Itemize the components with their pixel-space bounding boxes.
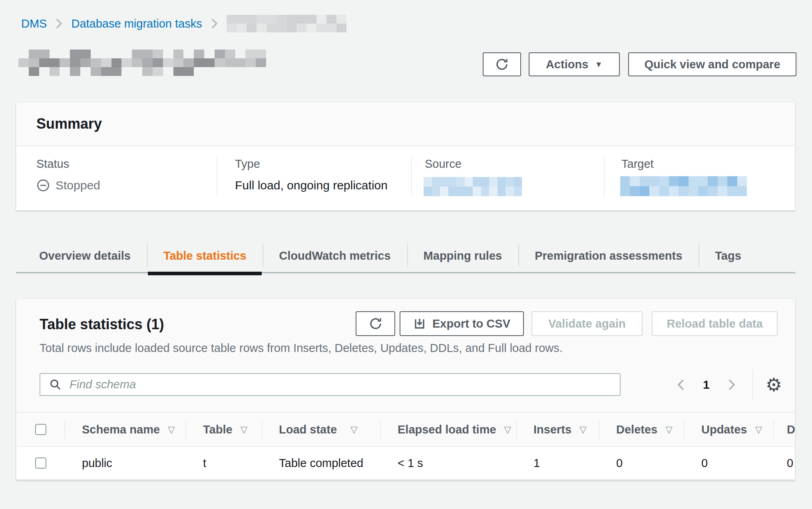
status-value: Stopped	[56, 179, 100, 192]
summary-card: Summary Status Stopped Type Full load, o…	[16, 102, 795, 211]
sort-icon: ▽	[665, 424, 673, 435]
breadcrumb: DMS Database migration tasks	[21, 14, 346, 33]
export-to-csv-button[interactable]: Export to CSV	[400, 311, 524, 336]
validate-again-button[interactable]: Validate again	[531, 311, 643, 336]
refresh-icon	[495, 58, 509, 71]
select-all-checkbox[interactable]	[35, 424, 46, 435]
select-all-cell	[16, 413, 65, 446]
table-refresh-button[interactable]	[356, 311, 395, 336]
column-header-inserts[interactable]: Inserts▽	[517, 413, 599, 446]
cell-table: t	[186, 457, 262, 470]
chevron-right-icon	[211, 18, 218, 29]
stopped-status-icon	[36, 179, 50, 192]
sort-icon: ▽	[755, 424, 762, 435]
export-label: Export to CSV	[432, 317, 510, 330]
divider	[411, 157, 412, 196]
summary-body: Status Stopped Type Full load, ongoing r…	[16, 146, 795, 209]
schema-search-box	[40, 373, 621, 396]
breadcrumb-link-dms[interactable]: DMS	[21, 17, 47, 30]
current-page-number[interactable]: 1	[703, 378, 710, 392]
breadcrumb-link-tasks[interactable]: Database migration tasks	[71, 17, 202, 30]
cell-deletes: 0	[599, 457, 685, 470]
summary-title: Summary	[36, 115, 102, 132]
column-header-load-state[interactable]: Load state▽	[262, 413, 381, 446]
cell-load-state: Table completed	[262, 457, 381, 470]
column-header-table[interactable]: Table▽	[186, 413, 262, 446]
row-select-cell	[16, 457, 65, 469]
cell-ddls: 0	[774, 457, 795, 470]
target-label: Target	[621, 157, 747, 171]
cell-inserts: 1	[517, 457, 599, 470]
column-header-deletes[interactable]: Deletes▽	[599, 413, 685, 446]
cell-schema-name: public	[65, 457, 186, 470]
sort-icon: ▽	[241, 424, 248, 435]
task-detail-tabs: Overview details Table statistics CloudW…	[16, 240, 795, 273]
download-icon	[413, 317, 426, 330]
table-statistics-panel: Table statistics (1) Export to CSV Valid…	[16, 299, 795, 480]
tab-cloudwatch-metrics[interactable]: CloudWatch metrics	[263, 240, 407, 272]
search-input[interactable]	[69, 378, 620, 392]
breadcrumb-current-redacted	[227, 15, 346, 32]
dms-task-page: DMS Database migration tasks Actions ▼ Q…	[0, 0, 812, 509]
summary-field-status: Status Stopped	[36, 157, 100, 192]
status-label: Status	[36, 157, 100, 171]
divider	[752, 370, 753, 400]
type-value: Full load, ongoing replication	[235, 179, 388, 192]
summary-field-source: Source	[425, 157, 522, 196]
previous-page-button[interactable]	[676, 378, 686, 392]
quick-view-and-compare-button[interactable]: Quick view and compare	[628, 52, 796, 76]
table-statistics-table: Schema name▽ Table▽ Load state▽ Elapsed …	[16, 412, 795, 480]
tab-mapping-rules[interactable]: Mapping rules	[407, 240, 519, 272]
summary-field-target: Target	[621, 157, 747, 196]
validate-label: Validate again	[548, 317, 625, 330]
search-icon	[49, 378, 62, 391]
source-link-redacted[interactable]	[424, 177, 522, 196]
target-link-redacted[interactable]	[620, 176, 747, 196]
type-label: Type	[235, 157, 388, 171]
column-header-elapsed-load-time[interactable]: Elapsed load time▽	[381, 413, 517, 446]
summary-field-type: Type Full load, ongoing replication	[235, 157, 388, 192]
cell-updates: 0	[685, 457, 774, 470]
sort-icon: ▽	[579, 424, 587, 435]
tab-premigration-assessments[interactable]: Premigration assessments	[518, 240, 699, 272]
tab-overview-details[interactable]: Overview details	[23, 240, 147, 272]
sort-icon: ▽	[350, 424, 358, 435]
settings-gear-icon[interactable]: ⚙	[766, 376, 782, 394]
caret-down-icon: ▼	[595, 60, 603, 68]
table-row: public t Table completed < 1 s 1 0 0 0	[16, 447, 795, 480]
divider	[604, 157, 605, 196]
reload-table-data-button[interactable]: Reload table data	[652, 311, 778, 336]
column-header-schema-name[interactable]: Schema name▽	[65, 413, 186, 446]
column-header-updates[interactable]: Updates▽	[685, 413, 774, 446]
tab-tags[interactable]: Tags	[699, 240, 758, 272]
refresh-icon	[369, 317, 382, 330]
sort-icon: ▽	[504, 424, 511, 435]
row-checkbox[interactable]	[35, 457, 46, 469]
table-statistics-description: Total rows include loaded source table r…	[40, 342, 563, 355]
tab-table-statistics[interactable]: Table statistics	[147, 240, 263, 272]
actions-button[interactable]: Actions ▼	[529, 52, 620, 76]
divider	[217, 157, 217, 196]
next-page-button[interactable]	[726, 378, 737, 392]
chevron-right-icon	[56, 18, 62, 29]
quick-view-label: Quick view and compare	[644, 58, 780, 71]
table-statistics-title: Table statistics (1)	[40, 316, 164, 333]
refresh-button[interactable]	[483, 52, 521, 76]
reload-label: Reload table data	[667, 317, 762, 330]
source-label: Source	[425, 157, 522, 171]
cell-elapsed-load-time: < 1 s	[381, 457, 517, 470]
actions-label: Actions	[546, 58, 588, 71]
table-header-row: Schema name▽ Table▽ Load state▽ Elapsed …	[16, 412, 795, 447]
summary-header: Summary	[16, 102, 795, 146]
sort-icon: ▽	[168, 424, 175, 435]
column-header-ddls[interactable]: DDLs	[774, 413, 795, 446]
pagination: 1 ⚙	[676, 373, 782, 396]
page-title-redacted	[18, 50, 266, 76]
